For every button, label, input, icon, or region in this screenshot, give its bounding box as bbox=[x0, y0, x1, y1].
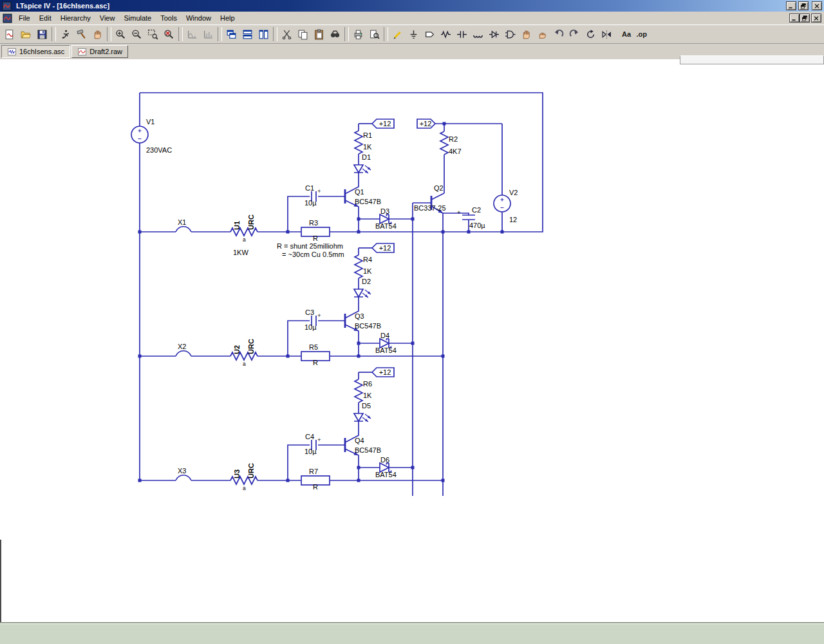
tab-label: Draft2.raw bbox=[89, 48, 122, 55]
autorange-y-button[interactable] bbox=[184, 26, 200, 42]
v1-source bbox=[131, 126, 148, 143]
label-ch1-q-ref: Q1 bbox=[355, 188, 364, 196]
label-ch2-cap-plus: + bbox=[317, 312, 321, 319]
label-net-button[interactable] bbox=[422, 26, 438, 42]
label-ch3-q-type: BC547B bbox=[355, 446, 381, 454]
tab-draft2[interactable]: Draft2.raw bbox=[71, 45, 128, 58]
label-ch2-q-ref: Q3 bbox=[355, 312, 364, 320]
label-ch2-fuse: X2 bbox=[178, 343, 186, 350]
tab-file-icon bbox=[7, 48, 17, 56]
label-ch3-sense-value: BAT54 bbox=[375, 471, 397, 478]
zoom-area-button[interactable] bbox=[145, 26, 161, 42]
zoom-back-button[interactable] bbox=[129, 26, 145, 42]
tile-vertical-button[interactable] bbox=[256, 26, 272, 42]
capacitor-button[interactable] bbox=[454, 26, 470, 42]
new-schematic-button[interactable] bbox=[2, 26, 18, 42]
label-ch1-r-value: 1K bbox=[363, 143, 372, 151]
label-c2-value: 470µ bbox=[469, 222, 485, 229]
drag-button[interactable] bbox=[534, 26, 550, 42]
label-ch3-r-value: 1K bbox=[363, 392, 372, 399]
cut-button[interactable] bbox=[279, 26, 295, 42]
component-button[interactable] bbox=[502, 26, 518, 42]
rotate-button[interactable] bbox=[583, 26, 599, 42]
r2-resistor bbox=[440, 124, 448, 193]
open-file-button[interactable] bbox=[18, 26, 34, 42]
menu-simulate[interactable]: Simulate bbox=[119, 12, 156, 24]
label-ch2-r-value: 1K bbox=[363, 267, 372, 275]
menu-window[interactable]: Window bbox=[182, 12, 216, 24]
restore-button[interactable] bbox=[798, 1, 809, 10]
minimize-button[interactable] bbox=[786, 1, 796, 10]
paste-button[interactable] bbox=[311, 26, 327, 42]
draw-wire-button[interactable] bbox=[389, 26, 406, 42]
ground-button[interactable] bbox=[406, 26, 422, 42]
pause-button[interactable] bbox=[89, 26, 106, 42]
mdi-close-button[interactable] bbox=[811, 14, 821, 23]
redo-button[interactable] bbox=[566, 26, 583, 42]
menu-file[interactable]: File bbox=[14, 12, 35, 24]
label-ch2-q-type: BC547B bbox=[355, 322, 381, 330]
mdi-minimize-button[interactable] bbox=[789, 14, 800, 23]
v2-source bbox=[494, 195, 510, 212]
label-shunt-note-2: = ~30cm Cu 0.5mm bbox=[282, 251, 344, 258]
label-ch3-u-ref: U3 bbox=[233, 469, 241, 478]
tab-16chisens[interactable]: 16chIsens.asc bbox=[1, 45, 70, 58]
print-preview-button[interactable] bbox=[366, 26, 382, 42]
label-ch2-cap-value: 10µ bbox=[304, 323, 317, 331]
zoom-in-button[interactable] bbox=[113, 26, 129, 42]
top-loop-wire bbox=[140, 93, 543, 480]
toolbar-separator bbox=[52, 27, 56, 41]
label-q2-type: BC337-25 bbox=[414, 204, 446, 212]
menu-view[interactable]: View bbox=[95, 12, 120, 24]
menu-hierarchy[interactable]: Hierarchy bbox=[56, 12, 95, 24]
close-button[interactable] bbox=[812, 1, 822, 10]
diode-button[interactable] bbox=[486, 26, 502, 42]
menu-edit[interactable]: Edit bbox=[35, 12, 56, 24]
label-ch2-shunt-ref: R5 bbox=[309, 343, 318, 351]
undo-button[interactable] bbox=[550, 26, 566, 42]
ltspice-menu-icon bbox=[3, 14, 12, 23]
save-button[interactable] bbox=[34, 26, 50, 42]
label-ch2-flag: +12 bbox=[379, 244, 391, 252]
label-r2-value: 4K7 bbox=[449, 147, 462, 155]
label-ch1-cap-ref: C1 bbox=[305, 184, 314, 192]
label-ch3-q-ref: Q4 bbox=[355, 437, 364, 444]
copy-button[interactable] bbox=[295, 26, 311, 42]
label-ch1-u-type: URC bbox=[247, 214, 255, 230]
schematic-drawing: V1 230VAC R = shunt 25milliohm = ~30cm C… bbox=[0, 59, 824, 623]
menu-help[interactable]: Help bbox=[216, 12, 239, 24]
resistor-button[interactable] bbox=[438, 26, 454, 42]
toolbar-separator bbox=[273, 27, 277, 41]
label-ch3-cap-value: 10µ bbox=[304, 448, 317, 455]
run-button[interactable] bbox=[57, 26, 73, 42]
print-button[interactable] bbox=[350, 26, 366, 42]
label-ch3-u-type: URC bbox=[247, 463, 255, 478]
menu-tools[interactable]: Tools bbox=[156, 12, 182, 24]
label-ch1-cap-value: 10µ bbox=[304, 199, 317, 207]
label-ch3-led-ref: D5 bbox=[362, 402, 371, 410]
plot-settings-button[interactable] bbox=[200, 26, 216, 42]
label-shunt-note-1: R = shunt 25milliohm bbox=[277, 242, 343, 250]
restore-icon bbox=[800, 3, 807, 9]
inductor-button[interactable] bbox=[470, 26, 486, 42]
spice-directive-button[interactable]: .op bbox=[631, 26, 647, 42]
text-button[interactable]: Aa bbox=[615, 26, 631, 42]
find-button[interactable] bbox=[327, 26, 343, 42]
cascade-windows-button[interactable] bbox=[223, 26, 239, 42]
titlebar[interactable]: LTspice IV - [16chIsens.asc] bbox=[0, 0, 824, 12]
mirror-button[interactable] bbox=[599, 26, 615, 42]
halt-button[interactable] bbox=[73, 26, 89, 42]
label-ch1-r-ref: R1 bbox=[363, 131, 372, 139]
tile-horizontal-button[interactable] bbox=[239, 26, 256, 42]
background-window-edge bbox=[680, 55, 824, 64]
move-button[interactable] bbox=[518, 26, 534, 42]
label-q2-ref: Q2 bbox=[434, 184, 444, 192]
label-ch2-shunt-value: R bbox=[313, 359, 318, 366]
schematic-canvas[interactable]: V1 230VAC R = shunt 25milliohm = ~30cm C… bbox=[0, 59, 824, 623]
label-ch2-sense-ref: D4 bbox=[380, 332, 389, 339]
toolbar-separator bbox=[218, 27, 222, 41]
zoom-full-extents-button[interactable] bbox=[161, 26, 177, 42]
mdi-restore-button[interactable] bbox=[800, 14, 810, 23]
toolbar: Aa .op bbox=[0, 24, 824, 44]
label-ch3-cap-ref: C4 bbox=[305, 433, 314, 440]
